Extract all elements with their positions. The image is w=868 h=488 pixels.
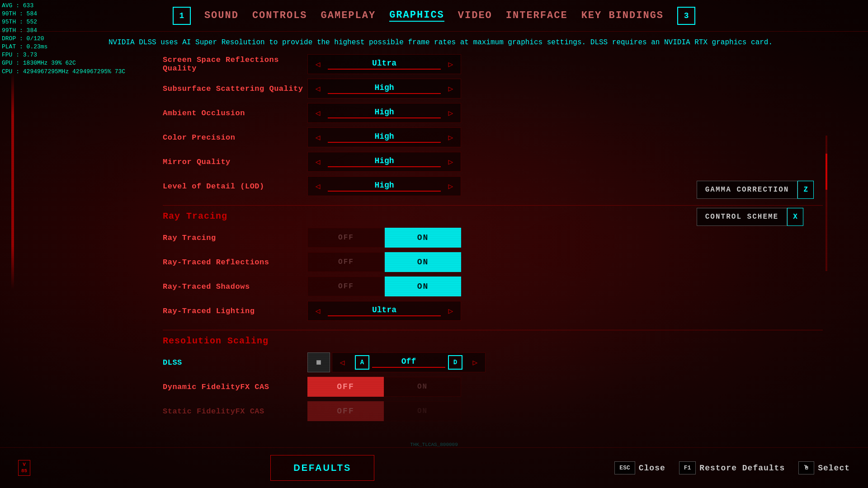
setting-row-rt: Ray Tracing OFF ON xyxy=(163,228,823,248)
control-rtl: ◁ Ultra ▷ xyxy=(307,301,461,321)
bottom-actions: ESC Close F1 Restore Defaults 🖱 Select xyxy=(614,461,850,474)
arrow-left-ao[interactable]: ◁ xyxy=(308,103,328,123)
bottom-center: DEFAULTS xyxy=(30,455,614,481)
stat-cpu: CPU : 4294967295MHz 4294967295% 73C xyxy=(2,68,125,76)
tab-sound[interactable]: SOUND xyxy=(204,10,239,21)
label-ao: Ambient Occlusion xyxy=(163,109,307,117)
close-action[interactable]: ESC Close xyxy=(614,461,665,474)
arrow-left-dlss[interactable]: ◁ xyxy=(332,352,352,372)
restore-defaults-action[interactable]: F1 Restore Defaults xyxy=(679,461,785,474)
value-mq: High xyxy=(328,156,441,167)
arrow-right-dlss[interactable]: ▷ xyxy=(465,352,485,372)
control-ssq: ◁ High ▷ xyxy=(307,79,461,99)
tab-interface[interactable]: INTERFACE xyxy=(506,10,568,21)
control-dlss: ■ ◁ A Off D ▷ xyxy=(307,352,486,372)
arrow-left-ssrq[interactable]: ◁ xyxy=(308,54,328,74)
info-banner: NVIDIA DLSS uses AI Super Resolution to … xyxy=(108,34,823,51)
label-dfx: Dynamic FidelityFX CAS xyxy=(163,383,307,391)
gamma-correction-button[interactable]: GAMMA CORRECTION Z xyxy=(697,181,814,199)
resolution-scaling-divider xyxy=(163,330,823,330)
select-action[interactable]: 🖱 Select xyxy=(798,461,850,474)
value-lod: High xyxy=(328,181,441,192)
close-label: Close xyxy=(639,464,665,473)
version-v: V xyxy=(21,462,27,468)
toggle-rtr-off[interactable]: OFF xyxy=(307,252,385,272)
tab-gameplay[interactable]: GAMEPLAY xyxy=(321,10,376,21)
arrow-left-cp[interactable]: ◁ xyxy=(308,127,328,147)
ray-tracing-section: Ray Tracing OFF ON Ray-Traced Reflection… xyxy=(163,228,823,321)
close-key: ESC xyxy=(614,461,635,474)
label-rt: Ray Tracing xyxy=(163,234,307,242)
arrow-right-lod[interactable]: ▷ xyxy=(441,176,461,196)
value-rtl: Ultra xyxy=(328,305,441,316)
toggle-dfx-on[interactable]: ON xyxy=(384,377,461,397)
arrow-left-ssq[interactable]: ◁ xyxy=(308,79,328,99)
label-mq: Mirror Quality xyxy=(163,158,307,166)
label-ssrq: Screen Space Reflections Quality xyxy=(163,56,307,73)
tab-graphics[interactable]: GRAPHICS xyxy=(389,9,444,22)
bottom-bar: V 85 DEFAULTS ESC Close F1 Restore Defau… xyxy=(0,447,868,488)
control-rtr: OFF ON xyxy=(307,252,461,272)
tab-controls[interactable]: CONTROLS xyxy=(252,10,307,21)
label-cp: Color Precision xyxy=(163,133,307,142)
control-dfx: OFF ON xyxy=(307,377,461,397)
control-rts: OFF ON xyxy=(307,277,461,296)
arrow-right-ssrq[interactable]: ▷ xyxy=(441,54,461,74)
defaults-button[interactable]: DEFAULTS xyxy=(270,455,374,481)
info-banner-text: NVIDIA DLSS uses AI Super Resolution to … xyxy=(108,38,773,47)
control-scheme-key: X xyxy=(787,208,803,226)
toggle-rts-off[interactable]: OFF xyxy=(307,277,385,296)
toggle-dfx-off[interactable]: OFF xyxy=(307,377,384,397)
arrow-right-rtl[interactable]: ▷ xyxy=(441,301,461,321)
toggle-sfx-on[interactable]: ON xyxy=(384,401,461,421)
control-scheme-label: CONTROL SCHEME xyxy=(697,208,787,226)
setting-row-sfx: Static FidelityFX CAS OFF ON xyxy=(163,401,823,421)
kbd-d-badge: D xyxy=(448,355,462,370)
nav-tabs: 1 SOUND CONTROLS GAMEPLAY GRAPHICS VIDEO… xyxy=(0,0,868,32)
gamma-correction-label: GAMMA CORRECTION xyxy=(697,181,798,199)
control-scheme-button[interactable]: CONTROL SCHEME X xyxy=(697,208,814,226)
main-content: Screen Space Reflections Quality ◁ Ultra… xyxy=(163,54,823,443)
control-ssrq: ◁ Ultra ▷ xyxy=(307,54,461,74)
toggle-rt-on[interactable]: ON xyxy=(385,228,461,248)
toggle-rtr-on[interactable]: ON xyxy=(385,252,461,272)
stat-fpu: FPU : 3.73 xyxy=(2,51,125,59)
dlss-nav: ◁ A Off D ▷ xyxy=(332,352,486,372)
control-lod: ◁ High ▷ xyxy=(307,176,461,196)
control-mq: ◁ High ▷ xyxy=(307,152,461,172)
control-cp: ◁ High ▷ xyxy=(307,127,461,147)
arrow-left-lod[interactable]: ◁ xyxy=(308,176,328,196)
resolution-scaling-title: Resolution Scaling xyxy=(163,336,823,346)
arrow-right-mq[interactable]: ▷ xyxy=(441,152,461,172)
stat-plat: PLAT : 0.23ms xyxy=(2,43,125,51)
kbd-a-badge: A xyxy=(355,355,369,370)
side-buttons-panel: GAMMA CORRECTION Z CONTROL SCHEME X xyxy=(697,181,814,226)
toggle-sfx-off[interactable]: OFF xyxy=(307,401,384,421)
setting-row-ao: Ambient Occlusion ◁ High ▷ xyxy=(163,103,823,123)
tab-keybindings[interactable]: KEY BINDINGS xyxy=(581,10,664,21)
toggle-rt-off[interactable]: OFF xyxy=(307,228,385,248)
scroll-track[interactable] xyxy=(826,136,827,271)
value-ssrq: Ultra xyxy=(328,59,441,70)
arrow-left-rtl[interactable]: ◁ xyxy=(308,301,328,321)
restore-label: Restore Defaults xyxy=(699,464,785,473)
arrow-left-mq[interactable]: ◁ xyxy=(308,152,328,172)
label-rts: Ray-Traced Shadows xyxy=(163,282,307,291)
arrow-right-cp[interactable]: ▷ xyxy=(441,127,461,147)
arrow-right-ssq[interactable]: ▷ xyxy=(441,79,461,99)
restore-key: F1 xyxy=(679,461,696,474)
control-rt: OFF ON xyxy=(307,228,461,248)
setting-row-mq: Mirror Quality ◁ High ▷ xyxy=(163,152,823,172)
label-rtl: Ray-Traced Lighting xyxy=(163,307,307,315)
arrow-right-ao[interactable]: ▷ xyxy=(441,103,461,123)
setting-row-rts: Ray-Traced Shadows OFF ON xyxy=(163,277,823,296)
control-ao: ◁ High ▷ xyxy=(307,103,461,123)
nav-badge-1: 1 xyxy=(173,7,191,25)
value-dlss: Off xyxy=(372,357,445,368)
toggle-rts-on[interactable]: ON xyxy=(385,277,461,296)
tab-video[interactable]: VIDEO xyxy=(458,10,492,21)
control-sfx: OFF ON xyxy=(307,401,461,421)
left-decorative-bar xyxy=(11,72,14,289)
setting-row-rtl: Ray-Traced Lighting ◁ Ultra ▷ xyxy=(163,301,823,321)
scroll-thumb[interactable] xyxy=(826,154,827,190)
